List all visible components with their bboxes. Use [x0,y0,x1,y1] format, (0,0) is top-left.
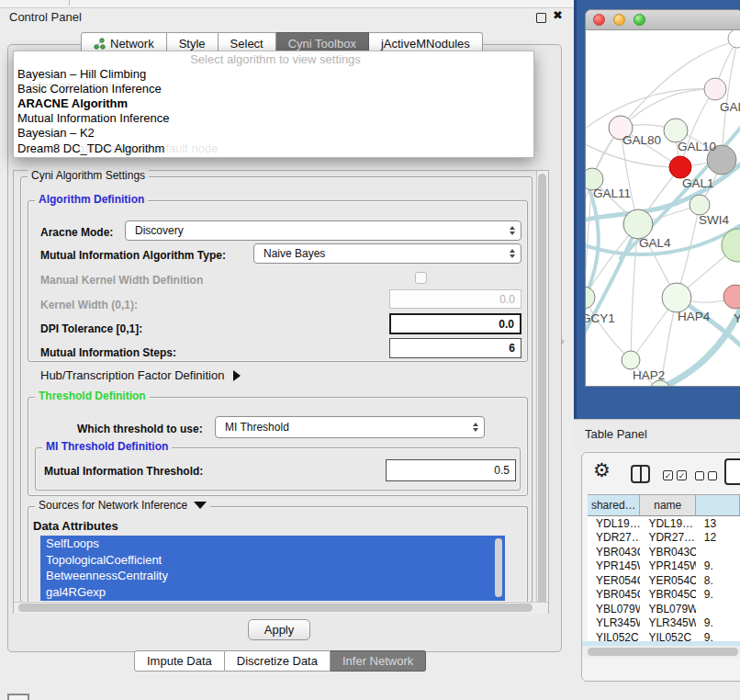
tab-impute-data[interactable]: Impute Data [134,650,225,672]
mi-type-label: Mutual Information Algorithm Type: [40,249,226,262]
list-item[interactable]: TopologicalCoefficient [40,552,505,569]
collapse-down-icon [194,502,207,509]
node-swi4[interactable] [690,195,710,215]
zoom-window-icon[interactable] [633,14,645,26]
node-table: shared… name YDL19… YDL19… 13 YDR27… YDR… [588,494,740,641]
settings-vscroll-thumb[interactable] [538,174,546,607]
mi-threshold-title: MI Threshold Definition [42,440,172,453]
algorithm-option[interactable]: Bayesian – K2 [14,126,533,141]
manual-kernel-label: Manual Kernel Width Definition [40,274,203,287]
cyni-settings-title: Cyni Algorithm Settings [28,169,149,182]
mi-type-select[interactable]: Naive Bayes [253,243,521,264]
network-canvas: GAL GAL80 GAL10 GAL1 GAL11 SWI4 GAL4 GCY… [586,30,740,387]
close-panel-icon[interactable]: ✖ [553,8,563,22]
mi-steps-input[interactable]: 6 [389,338,521,358]
tab-discretize-data[interactable]: Discretize Data [225,650,331,672]
algorithm-placeholder: Select algorithm to view settings [14,51,533,67]
node-label: Y [734,311,740,325]
algorithm-option[interactable]: Mutual Information Inference [14,111,533,126]
table-row[interactable]: YDR27… YDR27… 12 [588,531,740,546]
list-item[interactable]: gal4RGexp [40,584,505,601]
node-label: GCY1 [586,311,615,325]
column-header-name[interactable]: name [640,494,696,516]
node-label: HAP4 [678,310,711,323]
select-all-checkbox-icon[interactable]: ✓ [663,470,673,480]
node-label: GAL [720,100,740,114]
expand-right-icon [233,370,241,381]
bottom-tabs: Impute Data Discretize Data Infer Networ… [134,650,426,672]
node-label: HAP2 [633,368,665,382]
apply-button[interactable]: Apply [248,619,310,640]
top-tick [69,0,70,6]
new-table-icon[interactable] [724,458,740,485]
select-all-checkbox-icon[interactable]: ✓ [677,470,687,480]
algorithm-option[interactable]: Dream8 DC_TDC Algorithm [14,141,533,157]
node-label: SWI4 [699,213,729,227]
settings-hscroll-thumb[interactable] [18,604,533,612]
collapsed-panel-icon[interactable] [7,694,29,700]
top-divider [0,0,574,8]
mi-steps-label: Mutual Information Steps: [40,346,176,359]
columns-icon[interactable] [631,465,650,483]
sources-title-row[interactable]: Sources for Network Inference [35,499,210,512]
node-label: GAL11 [593,186,631,200]
close-window-icon[interactable] [593,14,605,26]
table-hscroll-thumb[interactable] [588,648,738,656]
list-item[interactable]: SelfLoops [40,536,505,552]
node-gal1-red[interactable] [669,156,691,178]
list-vscrollbar[interactable] [495,538,502,597]
kernel-width-label: Kernel Width (0,1): [40,299,138,311]
list-item[interactable]: BetweennessCentrality [40,568,505,584]
algorithm-definition-title: Algorithm Definition [35,193,148,206]
float-panel-icon[interactable] [536,13,546,23]
chevron-updown-icon [510,226,515,235]
algorithm-option-selected[interactable]: ARACNE Algorithm [14,96,533,111]
threshold-title: Threshold Definition [35,390,150,402]
table-row[interactable]: YIL052C YIL052C 9. [588,630,740,641]
node-label: GAL1 [682,176,714,190]
node-hap4[interactable] [662,283,691,312]
aracne-mode-select[interactable]: Discovery [125,220,521,241]
deselect-checkbox-icon[interactable] [708,471,717,480]
table-row[interactable]: YBR043C YBR043C [588,545,740,559]
dpi-tolerance-label: DPI Tolerance [0,1]: [40,322,142,335]
dpi-tolerance-input[interactable]: 0.0 [389,313,521,334]
tab-infer-network[interactable]: Infer Network [331,650,426,672]
node-gcy1[interactable] [586,287,595,309]
node-gal4[interactable] [623,209,653,239]
node-top[interactable] [728,30,740,48]
algorithm-dropdown-popup: Inference Algorithm galFiltered.sif defa… [13,51,534,158]
mi-threshold-label: Mutual Information Threshold: [44,465,203,478]
deselect-checkbox-icon[interactable] [695,471,704,480]
table-row[interactable]: YPR145W YPR145W 9. [588,559,740,574]
node-pink-top[interactable] [704,78,726,100]
mi-threshold-input[interactable]: 0.5 [386,459,516,481]
gear-icon[interactable]: ⚙ [593,460,611,480]
table-panel-title: Table Panel [585,427,647,441]
chevron-updown-icon [473,423,478,432]
data-attributes-list: SelfLoops TopologicalCoefficient Between… [40,536,505,601]
node-label: GAL80 [622,133,661,147]
table-row[interactable]: YDL19… YDL19… 13 [588,516,740,531]
control-panel-title: Control Panel [9,10,82,24]
chevron-updown-icon [510,249,515,258]
node-pink-right[interactable] [723,285,740,309]
splitpane-grip[interactable]: › [561,335,565,346]
table-row[interactable]: YBR045C YBR045C 9. [588,588,740,603]
algorithm-option[interactable]: Bayesian – Hill Climbing [14,67,533,82]
which-threshold-select[interactable]: MI Threshold [215,416,485,438]
minimize-window-icon[interactable] [613,14,625,26]
network-window-titlebar[interactable] [586,10,740,30]
hub-definition-toggle[interactable]: Hub/Transcription Factor Definition [40,368,241,382]
column-header-shared[interactable]: shared… [588,494,640,516]
data-attributes-label: Data Attributes [33,519,118,533]
node-hap2[interactable] [622,351,640,369]
aracne-mode-label: Aracne Mode: [40,226,113,239]
column-header-3[interactable] [696,494,740,516]
table-row[interactable]: YLR345W YLR345W 9. [588,616,740,631]
algorithm-option[interactable]: Basic Correlation Inference [14,82,533,96]
node-label: GAL4 [639,236,671,250]
table-row[interactable]: YER054C YER054C 8. [588,573,740,588]
node-label: GAL10 [678,140,716,153]
table-row[interactable]: YBL079W YBL079W [588,602,740,616]
